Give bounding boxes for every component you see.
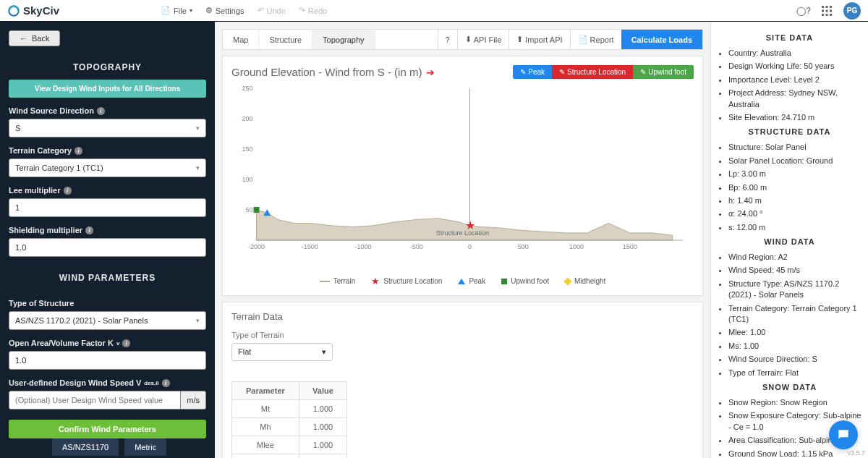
svg-text:1000: 1000 [569,243,584,250]
data-item: Country: Australia [728,48,862,59]
data-item: Structure Type: AS/NZS 1170.2 (2021) - S… [728,279,862,301]
edit-icon: ✎ [559,68,565,76]
data-item: Design Working Life: 50 years [728,61,862,72]
edit-icon: ✎ [520,68,526,76]
report-link[interactable]: 📄Report [570,30,621,49]
type-terrain-label: Type of Terrain [231,331,694,339]
chart-area[interactable]: 50100150200250-2000-1500-1000-5000500100… [231,85,694,273]
parameter-table: ParameterValue Mt1.000Mh1.000Mlee1.000Sl… [231,381,347,458]
confirm-wind-parameters-button[interactable]: Confirm Wind Parameters [9,420,206,438]
chart-title: Ground Elevation - Wind from S - (in m)➔ [231,66,435,78]
svg-text:150: 150 [242,145,252,153]
data-item: Site Elevation: 24.710 m [728,112,862,123]
shielding-multiplier-label: Shielding multiplieri [9,226,206,234]
calculate-loads-button[interactable]: Calculate Loads [621,30,702,49]
chevron-down-icon: ▾ [196,124,200,132]
structure-location-button[interactable]: ✎Structure Location [552,65,633,79]
peak-button[interactable]: ✎Peak [513,65,552,79]
svg-rect-2 [826,6,828,8]
report-icon: 📄 [578,35,588,44]
legend-peak: Peak [458,276,485,287]
info-icon[interactable]: i [75,147,82,155]
open-area-factor-label: Open Area/Volume Factor Kvi [9,339,206,347]
data-item: s: 12.00 m [728,222,862,233]
tab-topography[interactable]: Topography [312,30,375,49]
code-tab[interactable]: AS/NZS1170 [52,438,119,456]
terrain-category-select[interactable]: Terrain Category 1 (TC1)▾ [9,158,206,177]
data-item: α: 24.00 ° [728,208,862,219]
sidebar: ←Back TOPOGRAPHY View Design Wind Inputs… [0,22,215,458]
upwind-foot-button[interactable]: ✎Upwind foot [633,65,694,79]
svg-text:250: 250 [242,85,252,92]
view-wind-inputs-button[interactable]: View Design Wind Inputs for All Directio… [9,80,206,98]
data-item: Type of Terrain: Flat [728,368,862,378]
avatar[interactable]: PG [843,2,861,20]
svg-text:0: 0 [468,243,472,250]
data-item: Mlee: 1.00 [728,327,862,338]
svg-rect-7 [822,14,824,16]
user-wind-speed-label: User-defined Design Wind Speed Vdes,θi [9,378,206,387]
svg-rect-9 [830,14,832,16]
structure-location-label: Structure Location [436,229,489,237]
legend-terrain: Terrain [320,276,356,287]
type-terrain-select[interactable]: Flat▾ [231,343,333,361]
data-item: Ground Snow Load: 1.15 kPa [728,449,862,458]
wind-parameters-title: WIND PARAMETERS [9,273,206,283]
data-item: Ms: 1.00 [728,341,862,352]
info-icon[interactable]: i [64,187,72,195]
undo-button[interactable]: ↶Undo [258,6,286,15]
svg-text:500: 500 [518,243,529,250]
shielding-multiplier-input[interactable] [9,238,206,257]
tab-map[interactable]: Map [223,30,259,49]
table-row: Mlee1.000 [232,436,347,454]
type-structure-select[interactable]: AS/NZS 1170.2 (2021) - Solar Panels▾ [9,311,206,330]
right-panel: SITE DATA Country: AustraliaDesign Worki… [710,22,868,458]
snow-data-title: SNOW DATA [717,383,862,391]
terrain-data-heading: Terrain Data [231,311,694,322]
info-icon[interactable]: i [85,226,93,234]
open-area-factor-input[interactable] [9,351,206,370]
settings-menu[interactable]: ⚙Settings [205,6,244,15]
api-file-link[interactable]: ⬇API File [457,30,509,49]
svg-text:-1000: -1000 [354,243,371,250]
site-data-title: SITE DATA [717,33,862,42]
terrain-category-label: Terrain Categoryi [9,146,206,155]
data-item: Wind Region: A2 [728,252,862,263]
data-item: Wind Speed: 45 m/s [728,265,862,276]
info-icon[interactable]: i [97,107,105,115]
tab-structure[interactable]: Structure [259,30,312,49]
data-item: h: 1.40 m [728,195,862,206]
lee-multiplier-input[interactable] [9,198,206,217]
svg-rect-27 [254,207,260,213]
help-link[interactable]: ? [438,30,457,49]
chevron-down-icon: ▾ [196,164,200,171]
svg-rect-1 [822,6,824,8]
svg-text:200: 200 [242,115,252,122]
type-structure-label: Type of Structure [9,299,206,308]
help-icon[interactable]: ◯? [797,4,810,17]
center-panel: Map Structure Topography ? ⬇API File ⬆Im… [215,22,710,458]
info-icon[interactable]: i [122,339,130,347]
lee-multiplier-label: Lee multiplieri [9,186,206,195]
edit-icon: ✎ [640,68,646,76]
info-icon[interactable]: i [162,379,170,387]
version-label: v3.5.7 [847,449,865,457]
topography-title: TOPOGRAPHY [9,62,206,72]
svg-text:100: 100 [242,176,252,183]
file-menu[interactable]: 📄File ▾ [161,6,192,15]
units-tab[interactable]: Metric [124,438,166,456]
table-row: Mt1.000 [232,400,347,418]
data-item: Lp: 3.00 m [728,169,862,179]
redo-button[interactable]: ↷Redo [299,6,327,15]
terrain-data-section: Terrain Data Type of Terrain Flat▾ Param… [222,302,703,458]
data-item: Wind Source Direction: S [728,354,862,365]
import-api-link[interactable]: ⬆Import API [509,30,569,49]
user-wind-speed-input[interactable] [9,391,181,410]
svg-text:1500: 1500 [623,243,637,250]
back-button[interactable]: ←Back [9,30,60,46]
wind-data-title: WIND DATA [717,237,862,246]
topbar: SkyCiv 📄File ▾ ⚙Settings ↶Undo ↷Redo ◯? … [0,0,868,22]
apps-icon[interactable] [820,4,833,17]
chat-button[interactable] [829,420,858,449]
wind-direction-select[interactable]: S▾ [9,119,206,137]
